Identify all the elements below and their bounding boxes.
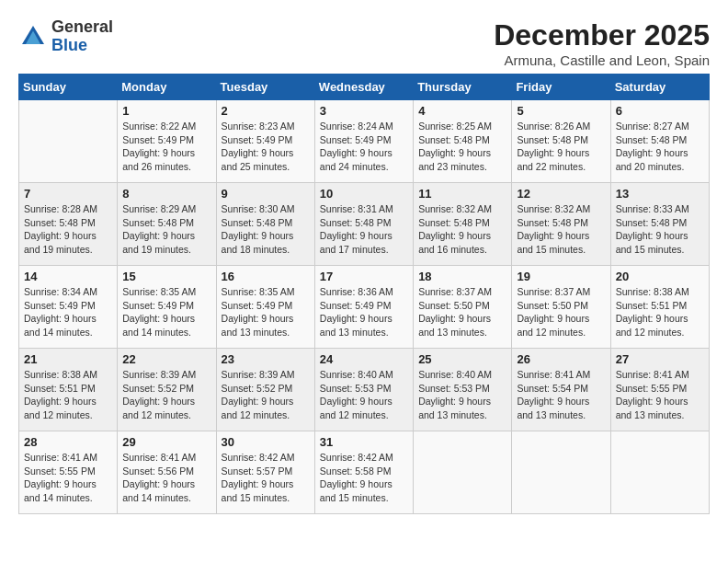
day-info: Sunrise: 8:40 AM Sunset: 5:53 PM Dayligh… <box>418 368 506 422</box>
calendar-cell: 31Sunrise: 8:42 AM Sunset: 5:58 PM Dayli… <box>314 431 413 514</box>
day-number: 14 <box>24 270 112 283</box>
day-info: Sunrise: 8:41 AM Sunset: 5:54 PM Dayligh… <box>517 368 605 422</box>
calendar-cell: 28Sunrise: 8:41 AM Sunset: 5:55 PM Dayli… <box>19 431 118 514</box>
calendar-cell: 17Sunrise: 8:36 AM Sunset: 5:49 PM Dayli… <box>314 266 413 349</box>
calendar-cell: 21Sunrise: 8:38 AM Sunset: 5:51 PM Dayli… <box>19 349 118 431</box>
calendar-cell: 8Sunrise: 8:29 AM Sunset: 5:48 PM Daylig… <box>118 183 216 266</box>
day-number: 8 <box>122 187 210 201</box>
calendar-cell: 4Sunrise: 8:25 AM Sunset: 5:48 PM Daylig… <box>414 100 512 183</box>
day-info: Sunrise: 8:24 AM Sunset: 5:49 PM Dayligh… <box>320 120 408 174</box>
day-info: Sunrise: 8:23 AM Sunset: 5:49 PM Dayligh… <box>222 120 310 174</box>
calendar-cell: 14Sunrise: 8:34 AM Sunset: 5:49 PM Dayli… <box>19 266 118 349</box>
weekday-row: SundayMondayTuesdayWednesdayThursdayFrid… <box>19 75 710 100</box>
day-number: 27 <box>616 352 704 366</box>
day-number: 13 <box>616 187 704 201</box>
logo-text: General Blue <box>51 18 113 55</box>
weekday-header-monday: Monday <box>118 75 216 100</box>
title-block: December 2025 Armuna, Castille and Leon,… <box>494 18 710 68</box>
day-info: Sunrise: 8:30 AM Sunset: 5:48 PM Dayligh… <box>222 202 310 257</box>
day-info: Sunrise: 8:28 AM Sunset: 5:48 PM Dayligh… <box>24 202 112 257</box>
calendar-cell: 1Sunrise: 8:22 AM Sunset: 5:49 PM Daylig… <box>118 100 216 183</box>
day-number: 21 <box>24 352 112 366</box>
day-info: Sunrise: 8:25 AM Sunset: 5:48 PM Dayligh… <box>418 120 506 174</box>
month-year-title: December 2025 <box>494 18 710 52</box>
day-info: Sunrise: 8:32 AM Sunset: 5:48 PM Dayligh… <box>418 202 506 257</box>
calendar-cell: 25Sunrise: 8:40 AM Sunset: 5:53 PM Dayli… <box>414 349 512 431</box>
calendar-cell: 23Sunrise: 8:39 AM Sunset: 5:52 PM Dayli… <box>216 349 314 431</box>
day-number: 31 <box>320 435 408 449</box>
day-number: 3 <box>320 104 408 118</box>
day-number: 7 <box>24 187 112 201</box>
calendar-table: SundayMondayTuesdayWednesdayThursdayFrid… <box>18 74 710 514</box>
calendar-cell: 7Sunrise: 8:28 AM Sunset: 5:48 PM Daylig… <box>19 183 118 266</box>
calendar-cell: 29Sunrise: 8:41 AM Sunset: 5:56 PM Dayli… <box>118 431 216 514</box>
day-info: Sunrise: 8:39 AM Sunset: 5:52 PM Dayligh… <box>222 368 310 422</box>
weekday-header-thursday: Thursday <box>414 75 512 100</box>
day-info: Sunrise: 8:31 AM Sunset: 5:48 PM Dayligh… <box>320 202 408 257</box>
day-number: 24 <box>320 352 408 366</box>
calendar-cell: 2Sunrise: 8:23 AM Sunset: 5:49 PM Daylig… <box>216 100 314 183</box>
day-info: Sunrise: 8:38 AM Sunset: 5:51 PM Dayligh… <box>616 285 704 339</box>
day-number: 20 <box>616 270 704 283</box>
logo-icon <box>18 22 48 52</box>
day-info: Sunrise: 8:37 AM Sunset: 5:50 PM Dayligh… <box>418 285 506 339</box>
calendar-week-3: 14Sunrise: 8:34 AM Sunset: 5:49 PM Dayli… <box>19 266 710 349</box>
calendar-week-2: 7Sunrise: 8:28 AM Sunset: 5:48 PM Daylig… <box>19 183 710 266</box>
day-info: Sunrise: 8:41 AM Sunset: 5:56 PM Dayligh… <box>122 451 210 505</box>
day-number: 16 <box>222 270 310 283</box>
day-number: 22 <box>122 352 210 366</box>
weekday-header-tuesday: Tuesday <box>216 75 314 100</box>
day-info: Sunrise: 8:36 AM Sunset: 5:49 PM Dayligh… <box>320 285 408 339</box>
day-info: Sunrise: 8:27 AM Sunset: 5:48 PM Dayligh… <box>616 120 704 174</box>
weekday-header-friday: Friday <box>512 75 610 100</box>
calendar-cell: 24Sunrise: 8:40 AM Sunset: 5:53 PM Dayli… <box>314 349 413 431</box>
calendar-week-5: 28Sunrise: 8:41 AM Sunset: 5:55 PM Dayli… <box>19 431 710 514</box>
day-info: Sunrise: 8:29 AM Sunset: 5:48 PM Dayligh… <box>122 202 210 257</box>
calendar-cell: 5Sunrise: 8:26 AM Sunset: 5:48 PM Daylig… <box>512 100 610 183</box>
page-header: General Blue December 2025 Armuna, Casti… <box>18 18 710 68</box>
calendar-cell: 3Sunrise: 8:24 AM Sunset: 5:49 PM Daylig… <box>314 100 413 183</box>
day-info: Sunrise: 8:35 AM Sunset: 5:49 PM Dayligh… <box>222 285 310 339</box>
location-subtitle: Armuna, Castille and Leon, Spain <box>494 52 710 68</box>
weekday-header-sunday: Sunday <box>19 75 118 100</box>
calendar-cell: 11Sunrise: 8:32 AM Sunset: 5:48 PM Dayli… <box>414 183 512 266</box>
calendar-body: 1Sunrise: 8:22 AM Sunset: 5:49 PM Daylig… <box>19 100 710 514</box>
calendar-week-4: 21Sunrise: 8:38 AM Sunset: 5:51 PM Dayli… <box>19 349 710 431</box>
calendar-cell <box>512 431 610 514</box>
day-info: Sunrise: 8:34 AM Sunset: 5:49 PM Dayligh… <box>24 285 112 339</box>
day-info: Sunrise: 8:37 AM Sunset: 5:50 PM Dayligh… <box>517 285 605 339</box>
calendar-cell: 27Sunrise: 8:41 AM Sunset: 5:55 PM Dayli… <box>610 349 709 431</box>
day-number: 23 <box>222 352 310 366</box>
day-info: Sunrise: 8:40 AM Sunset: 5:53 PM Dayligh… <box>320 368 408 422</box>
weekday-header-saturday: Saturday <box>610 75 709 100</box>
day-number: 6 <box>616 104 704 118</box>
calendar-cell: 15Sunrise: 8:35 AM Sunset: 5:49 PM Dayli… <box>118 266 216 349</box>
day-number: 25 <box>418 352 506 366</box>
calendar-cell <box>610 431 709 514</box>
calendar-cell: 30Sunrise: 8:42 AM Sunset: 5:57 PM Dayli… <box>216 431 314 514</box>
day-number: 15 <box>122 270 210 283</box>
day-info: Sunrise: 8:33 AM Sunset: 5:48 PM Dayligh… <box>616 202 704 257</box>
day-info: Sunrise: 8:39 AM Sunset: 5:52 PM Dayligh… <box>122 368 210 422</box>
calendar-cell: 13Sunrise: 8:33 AM Sunset: 5:48 PM Dayli… <box>610 183 709 266</box>
day-number: 28 <box>24 435 112 449</box>
day-number: 30 <box>222 435 310 449</box>
calendar-cell: 26Sunrise: 8:41 AM Sunset: 5:54 PM Dayli… <box>512 349 610 431</box>
day-number: 18 <box>418 270 506 283</box>
calendar-cell: 22Sunrise: 8:39 AM Sunset: 5:52 PM Dayli… <box>118 349 216 431</box>
calendar-week-1: 1Sunrise: 8:22 AM Sunset: 5:49 PM Daylig… <box>19 100 710 183</box>
day-info: Sunrise: 8:26 AM Sunset: 5:48 PM Dayligh… <box>517 120 605 174</box>
day-info: Sunrise: 8:22 AM Sunset: 5:49 PM Dayligh… <box>122 120 210 174</box>
day-info: Sunrise: 8:42 AM Sunset: 5:57 PM Dayligh… <box>222 451 310 505</box>
day-number: 17 <box>320 270 408 283</box>
day-number: 10 <box>320 187 408 201</box>
day-info: Sunrise: 8:41 AM Sunset: 5:55 PM Dayligh… <box>24 451 112 505</box>
day-number: 19 <box>517 270 605 283</box>
day-info: Sunrise: 8:41 AM Sunset: 5:55 PM Dayligh… <box>616 368 704 422</box>
calendar-cell <box>19 100 118 183</box>
calendar-cell: 20Sunrise: 8:38 AM Sunset: 5:51 PM Dayli… <box>610 266 709 349</box>
day-number: 11 <box>418 187 506 201</box>
day-number: 2 <box>222 104 310 118</box>
day-number: 12 <box>517 187 605 201</box>
weekday-header-wednesday: Wednesday <box>314 75 413 100</box>
